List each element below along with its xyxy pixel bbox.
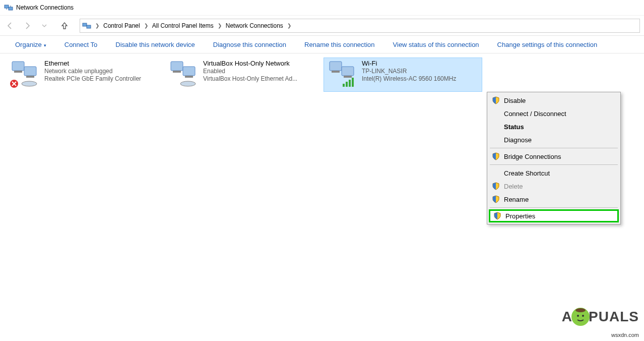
menu-separator [490, 207, 618, 208]
svg-rect-9 [26, 76, 34, 78]
ethernet-icon [9, 60, 40, 89]
connection-status: Network cable unplugged [44, 68, 141, 75]
svg-rect-13 [183, 67, 195, 76]
crumb-separator[interactable]: ❯ [286, 23, 292, 28]
svg-point-26 [582, 315, 584, 317]
connection-name: Wi-Fi [362, 60, 456, 67]
menu-label: Diagnose [504, 136, 532, 144]
connection-name: VirtualBox Host-Only Network [203, 60, 297, 67]
breadcrumb-all-items[interactable]: All Control Panel Items [150, 21, 216, 30]
menu-connect-disconnect[interactable]: Connect / Disconnect [489, 107, 619, 120]
svg-rect-19 [332, 71, 340, 73]
menu-separator [490, 148, 618, 148]
menu-label: Disable [504, 97, 526, 104]
menu-label: Delete [504, 183, 523, 190]
crumb-separator[interactable]: ❯ [143, 23, 149, 28]
menu-rename[interactable]: Rename [489, 193, 619, 206]
svg-rect-15 [185, 76, 193, 78]
address-icon [82, 22, 91, 30]
connection-name: Ethernet [44, 60, 141, 67]
svg-rect-6 [12, 62, 24, 71]
watermark-letter: A [562, 309, 572, 325]
svg-rect-24 [352, 78, 354, 87]
connect-to-button[interactable]: Connect To [55, 38, 107, 51]
watermark-face-icon [571, 308, 590, 326]
watermark-text: PUALS [589, 309, 639, 325]
shield-icon [492, 96, 500, 104]
svg-rect-5 [87, 25, 91, 28]
back-button[interactable] [4, 20, 16, 32]
menu-separator [490, 164, 618, 165]
network-connections-icon [4, 4, 13, 12]
forward-button[interactable] [21, 20, 33, 32]
recent-dropdown[interactable] [38, 20, 50, 32]
menu-create-shortcut[interactable]: Create Shortcut [489, 166, 619, 180]
change-settings-button[interactable]: Change settings of this connection [488, 38, 607, 51]
svg-rect-1 [9, 7, 13, 10]
content-area: Ethernet Network cable unplugged Realtek… [0, 53, 644, 96]
connection-wifi[interactable]: Wi-Fi TP-LINK_NASIR Intel(R) Wireless-AC… [324, 58, 482, 92]
organize-menu[interactable]: Organize [6, 38, 55, 51]
shield-icon [492, 182, 500, 190]
svg-rect-7 [24, 67, 36, 76]
svg-point-16 [180, 81, 196, 86]
breadcrumb-control-panel[interactable]: Control Panel [101, 21, 142, 30]
menu-label: Rename [504, 196, 529, 203]
svg-point-27 [575, 308, 586, 312]
svg-rect-21 [343, 84, 345, 87]
window-title: Network Connections [16, 4, 74, 11]
menu-label: Properties [505, 212, 535, 220]
menu-delete: Delete [489, 180, 619, 193]
shield-icon [493, 212, 501, 220]
toolbar: Organize Connect To Disable this network… [0, 35, 644, 53]
menu-status[interactable]: Status [489, 120, 619, 133]
disable-device-button[interactable]: Disable this network device [106, 38, 204, 51]
svg-rect-17 [330, 62, 342, 71]
connection-status: TP-LINK_NASIR [362, 68, 456, 75]
svg-rect-14 [173, 71, 181, 73]
connection-device: Intel(R) Wireless-AC 9560 160MHz [362, 75, 456, 82]
connection-text: Ethernet Network cable unplugged Realtek… [44, 60, 141, 82]
svg-rect-8 [14, 71, 22, 73]
connection-text: VirtualBox Host-Only Network Enabled Vir… [203, 60, 297, 82]
menu-label: Status [504, 123, 524, 131]
menu-disable[interactable]: Disable [489, 94, 619, 107]
diagnose-button[interactable]: Diagnose this connection [204, 38, 295, 51]
connection-device: Realtek PCIe GbE Family Controller [44, 75, 141, 82]
connection-virtualbox[interactable]: VirtualBox Host-Only Network Enabled Vir… [165, 58, 324, 92]
connection-device: VirtualBox Host-Only Ethernet Ad... [203, 75, 297, 82]
breadcrumb-network-connections[interactable]: Network Connections [224, 21, 285, 30]
rename-button[interactable]: Rename this connection [295, 38, 383, 51]
menu-label: Create Shortcut [504, 169, 550, 177]
context-menu: Disable Connect / Disconnect Status Diag… [487, 92, 621, 224]
titlebar: Network Connections [0, 0, 644, 15]
svg-rect-20 [344, 76, 352, 78]
menu-bridge[interactable]: Bridge Connections [489, 150, 619, 163]
watermark-logo: A PUALS [562, 308, 639, 326]
address-bar[interactable]: ❯ Control Panel ❯ All Control Panel Item… [80, 19, 640, 33]
svg-point-25 [577, 315, 579, 317]
svg-rect-12 [171, 62, 183, 71]
svg-rect-22 [346, 82, 348, 87]
menu-label: Connect / Disconnect [504, 110, 566, 118]
crumb-separator[interactable]: ❯ [94, 23, 100, 28]
svg-rect-18 [342, 67, 354, 76]
wifi-icon [327, 60, 358, 89]
svg-rect-23 [349, 80, 351, 87]
connection-ethernet[interactable]: Ethernet Network cable unplugged Realtek… [6, 58, 165, 92]
source-text: wsxdn.com [611, 332, 639, 338]
shield-icon [492, 195, 500, 203]
up-button[interactable] [58, 20, 71, 32]
menu-diagnose[interactable]: Diagnose [489, 133, 619, 146]
virtualbox-icon [168, 60, 199, 89]
navbar: ❯ Control Panel ❯ All Control Panel Item… [0, 15, 644, 35]
view-status-button[interactable]: View status of this connection [384, 38, 488, 51]
connection-text: Wi-Fi TP-LINK_NASIR Intel(R) Wireless-AC… [362, 60, 456, 82]
menu-properties[interactable]: Properties [489, 209, 619, 222]
svg-point-10 [22, 81, 37, 86]
svg-rect-0 [5, 5, 9, 8]
shield-icon [492, 152, 500, 160]
svg-rect-4 [83, 23, 87, 26]
menu-label: Bridge Connections [504, 153, 561, 160]
crumb-separator[interactable]: ❯ [217, 23, 223, 28]
